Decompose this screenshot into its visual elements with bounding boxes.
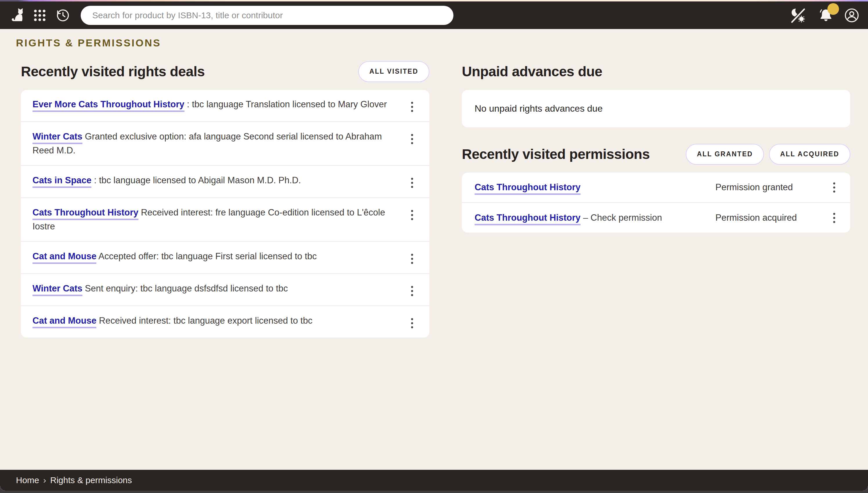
permission-title-link[interactable]: Cats Throughout History: [474, 182, 580, 195]
all-granted-button[interactable]: ALL GRANTED: [686, 144, 764, 165]
deal-title-link[interactable]: Winter Cats: [33, 131, 82, 144]
top-bar: [0, 1, 868, 29]
deal-text: Cat and Mouse Accepted offer: tbc langua…: [33, 250, 409, 263]
breadcrumb-separator: ›: [43, 475, 46, 485]
right-column: Unpaid advances due No unpaid rights adv…: [462, 61, 850, 338]
permission-text: Cats Throughout History – Check permissi…: [474, 211, 715, 225]
theme-toggle-icon[interactable]: [789, 6, 807, 24]
kebab-menu-icon[interactable]: [831, 181, 837, 194]
kebab-menu-icon[interactable]: [409, 252, 415, 266]
rights-deals-title: Recently visited rights deals: [21, 64, 205, 80]
permission-text: Cats Throughout History: [474, 180, 715, 194]
all-visited-button[interactable]: ALL VISITED: [358, 61, 429, 82]
permissions-title: Recently visited permissions: [462, 146, 650, 162]
deal-text: Cats in Space : tbc language licensed to…: [33, 173, 409, 187]
deal-title-link[interactable]: Cats in Space: [33, 175, 91, 188]
deal-row: Ever More Cats Throughout History : tbc …: [21, 90, 429, 121]
rights-deals-section: Recently visited rights deals ALL VISITE…: [21, 61, 429, 338]
permission-status: Permission granted: [715, 182, 831, 193]
account-icon[interactable]: [844, 8, 859, 23]
all-acquired-button[interactable]: ALL ACQUIRED: [769, 144, 850, 165]
deal-text: Winter Cats Granted exclusive option: af…: [33, 130, 409, 157]
deal-row: Cats in Space : tbc language licensed to…: [21, 165, 429, 197]
apps-grid-icon[interactable]: [34, 9, 46, 21]
breadcrumb-bar: Home › Rights & permissions: [0, 470, 868, 491]
deal-description: Granted exclusive option: afa language S…: [33, 131, 384, 155]
breadcrumb-current: Rights & permissions: [50, 475, 132, 485]
permission-status: Permission acquired: [715, 213, 831, 223]
main-content: RIGHTS & PERMISSIONS Recently visited ri…: [0, 29, 868, 470]
kebab-menu-icon[interactable]: [409, 100, 415, 114]
deal-text: Winter Cats Sent enquiry: tbc language d…: [33, 282, 409, 296]
kebab-menu-icon[interactable]: [409, 208, 415, 222]
permission-description: – Check permission: [580, 213, 662, 223]
permission-row: Cats Throughout History – Check permissi…: [462, 202, 850, 233]
deal-row: Winter Cats Sent enquiry: tbc language d…: [21, 273, 429, 305]
permission-row: Cats Throughout History Permission grant…: [462, 173, 850, 202]
cat-logo-icon[interactable]: [10, 8, 26, 23]
deal-row: Cat and Mouse Accepted offer: tbc langua…: [21, 241, 429, 273]
deal-text: Ever More Cats Throughout History : tbc …: [33, 98, 409, 111]
deal-description: : tbc language licensed to Abigail Mason…: [91, 175, 301, 185]
kebab-menu-icon[interactable]: [409, 316, 415, 330]
app-window: RIGHTS & PERMISSIONS Recently visited ri…: [0, 0, 868, 491]
permission-title-link[interactable]: Cats Throughout History: [474, 213, 580, 225]
deal-description: Sent enquiry: tbc language dsfsdfsd lice…: [82, 283, 288, 294]
page-title: RIGHTS & PERMISSIONS: [16, 37, 868, 49]
kebab-menu-icon[interactable]: [409, 132, 415, 146]
unpaid-advances-title: Unpaid advances due: [462, 64, 602, 80]
kebab-menu-icon[interactable]: [409, 176, 415, 190]
search-bar: [81, 6, 453, 25]
deal-description: Received interest: tbc language export l…: [96, 316, 312, 326]
deal-title-link[interactable]: Cats Throughout History: [33, 207, 139, 220]
deal-title-link[interactable]: Cat and Mouse: [33, 316, 96, 328]
unpaid-advances-card: No unpaid rights advances due: [462, 90, 850, 127]
notifications-bell: [817, 7, 834, 24]
kebab-menu-icon[interactable]: [409, 284, 415, 298]
deal-text: Cat and Mouse Received interest: tbc lan…: [33, 314, 409, 328]
deal-description: Accepted offer: tbc language First seria…: [96, 251, 317, 261]
deal-title-link[interactable]: Cat and Mouse: [33, 251, 96, 264]
permissions-card: Cats Throughout History Permission grant…: [462, 173, 850, 233]
deal-row: Winter Cats Granted exclusive option: af…: [21, 121, 429, 165]
deal-row: Cats Throughout History Received interes…: [21, 197, 429, 241]
deal-text: Cats Throughout History Received interes…: [33, 206, 409, 233]
deal-description: : tbc language Translation licensed to M…: [185, 99, 387, 109]
history-icon[interactable]: [56, 8, 70, 23]
unpaid-advances-empty-message: No unpaid rights advances due: [474, 103, 838, 114]
breadcrumb-home-link[interactable]: Home: [16, 475, 39, 485]
deal-row: Cat and Mouse Received interest: tbc lan…: [21, 305, 429, 338]
notification-badge: [827, 3, 839, 15]
search-input[interactable]: [81, 6, 453, 25]
kebab-menu-icon[interactable]: [831, 211, 837, 225]
topbar-actions: [789, 6, 859, 24]
rights-deals-card: Ever More Cats Throughout History : tbc …: [21, 90, 429, 338]
deal-title-link[interactable]: Winter Cats: [33, 283, 82, 296]
deal-title-link[interactable]: Ever More Cats Throughout History: [33, 99, 185, 112]
